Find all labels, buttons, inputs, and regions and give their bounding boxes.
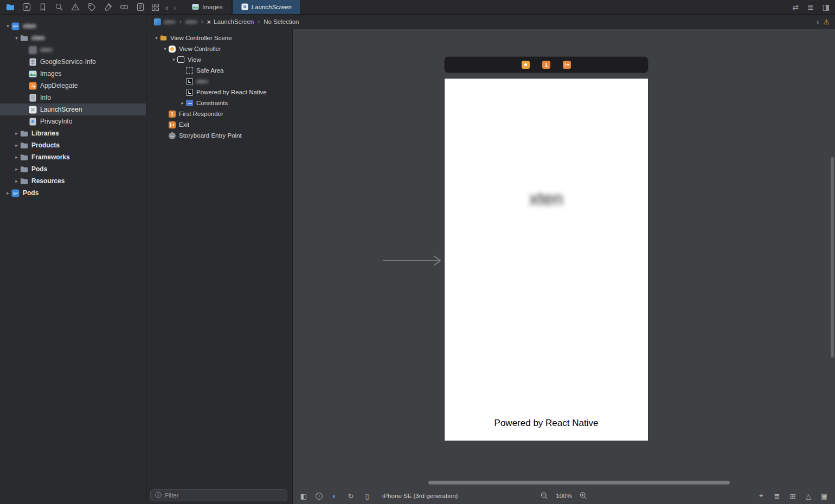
breadcrumb-project[interactable]: xten	[154, 18, 176, 25]
navigator-item-privacyinfo[interactable]: PrivacyInfo	[0, 115, 146, 127]
navigator-item-launchscreen[interactable]: LaunchScreen	[0, 104, 146, 115]
outline-item-entry-point[interactable]: → Storyboard Entry Point	[146, 130, 292, 141]
navigator-item-resources[interactable]: ▸ Resources	[0, 175, 146, 187]
tab-overview-icon[interactable]	[151, 3, 160, 12]
outline-item-exit[interactable]: Exit	[146, 119, 292, 130]
tag-icon[interactable]	[87, 3, 96, 12]
plist-icon	[29, 94, 37, 102]
navigator-item-googleservice-info[interactable]: GoogleService-Info	[0, 56, 146, 68]
outline-toggle-icon[interactable]: ◧	[299, 492, 308, 500]
zoom-in-button[interactable]	[580, 492, 588, 501]
jump-bar: xten › xten › × LaunchScreen › No Select…	[146, 15, 835, 29]
zoom-level[interactable]: 100%	[556, 493, 571, 499]
navigator-item-images[interactable]: Images	[0, 68, 146, 80]
view-controller-icon[interactable]	[522, 61, 530, 69]
powered-by-label[interactable]: Powered by React Native	[445, 418, 648, 429]
editor-options-icon[interactable]: ≣	[807, 3, 814, 11]
horizontal-scrollbar[interactable]	[428, 481, 730, 484]
view-controller-icon	[169, 46, 176, 53]
zoom-out-button[interactable]	[540, 492, 548, 501]
navigator-item-libraries[interactable]: ▸ Libraries	[0, 127, 146, 139]
resolve-issues-icon[interactable]: △	[804, 492, 813, 500]
app-title-label[interactable]: xten	[445, 189, 648, 209]
vertical-scrollbar[interactable]	[831, 157, 834, 358]
search-icon[interactable]	[54, 3, 63, 12]
back-button[interactable]: ‹	[165, 3, 168, 11]
capsule-icon[interactable]	[119, 3, 129, 12]
tab-images[interactable]: Images	[183, 0, 232, 14]
embed-icon[interactable]: ▣	[820, 492, 828, 500]
orientation-icon[interactable]: ↻	[346, 492, 355, 500]
chevron-down-icon[interactable]: ▾	[13, 35, 20, 41]
outline-item-constraints[interactable]: ▸ Constraints	[146, 98, 292, 108]
navigator-item-info[interactable]: Info	[0, 92, 146, 104]
navigator-item-label: AppDelegate	[40, 82, 78, 89]
label-icon: L	[186, 89, 193, 96]
swap-editor-icon[interactable]: ⇄	[792, 3, 799, 11]
breadcrumb-separator: ›	[258, 18, 260, 25]
notes-icon[interactable]	[136, 3, 145, 12]
navigator-item-appdelegate[interactable]: AppDelegate	[0, 80, 146, 92]
outline-item-safe-area[interactable]: Safe Area	[146, 65, 292, 76]
bookmark-icon[interactable]	[38, 3, 47, 12]
storyboard-canvas[interactable]: 1 xten Powered by React Native	[293, 29, 835, 504]
chevron-right-icon[interactable]: ▸	[4, 190, 11, 196]
navigator-item-pods-project[interactable]: ▸ Pods	[0, 187, 146, 199]
chevron-left-icon[interactable]: ‹	[817, 17, 819, 26]
chevron-right-icon[interactable]: ▸	[13, 131, 20, 136]
tab-launchscreen[interactable]: LaunchScreen	[232, 0, 301, 14]
launch-screen-view[interactable]: xten Powered by React Native	[445, 79, 648, 441]
folder-icon	[20, 153, 28, 161]
exit-icon[interactable]	[563, 61, 571, 69]
outline-item-view[interactable]: ▾ View	[146, 54, 292, 65]
navigator-item-pods-group[interactable]: ▸ Pods	[0, 163, 146, 175]
navigator-item-label: LaunchScreen	[40, 106, 82, 113]
files-icon[interactable]	[5, 3, 15, 12]
storyboard-entry-arrow[interactable]	[383, 254, 447, 268]
warning-icon[interactable]: ⚠	[823, 18, 830, 26]
chevron-right-icon[interactable]: ▸	[13, 143, 20, 148]
outline-item-label: Exit	[179, 121, 189, 128]
add-constraints-icon[interactable]: ⊞	[788, 492, 797, 500]
folder-icon	[20, 34, 28, 42]
chevron-down-icon[interactable]: ▾	[170, 57, 177, 62]
outline-item-scene[interactable]: ▾ View Controller Scene	[146, 33, 292, 43]
navigator-item-project[interactable]: ▾ xten	[0, 20, 146, 32]
breadcrumb-selection[interactable]: No Selection	[264, 18, 299, 25]
outline-item-powered-label[interactable]: L Powered by React Native	[146, 87, 292, 98]
navigator-item-group[interactable]: ▾ xten	[0, 32, 146, 44]
chevron-right-icon[interactable]: ▸	[13, 178, 20, 184]
navigator-item-label: Products	[31, 141, 60, 149]
forward-button[interactable]: ›	[174, 3, 176, 11]
filter-input[interactable]	[165, 492, 282, 499]
breadcrumb-group[interactable]: xten	[185, 18, 197, 25]
right-panel-icon[interactable]: ◨	[823, 3, 830, 11]
first-responder-icon[interactable]: 1	[542, 61, 550, 69]
chevron-right-icon[interactable]: ▸	[179, 100, 186, 106]
test-icon[interactable]	[103, 3, 112, 12]
appearance-toggle-icon[interactable]: ◐	[330, 492, 339, 500]
outline-item-title-label[interactable]: L xten	[146, 76, 292, 87]
adjust-editor-icon[interactable]: i	[316, 493, 323, 500]
navigator-item-app[interactable]: xten	[0, 44, 146, 56]
outline-item-view-controller[interactable]: ▾ View Controller	[146, 43, 292, 54]
navigator-item-frameworks[interactable]: ▸ Frameworks	[0, 151, 146, 163]
scene-dock[interactable]: 1	[445, 57, 648, 73]
storyboard-icon	[241, 3, 248, 11]
chevron-right-icon[interactable]: ▸	[13, 154, 20, 160]
close-square-icon[interactable]	[22, 3, 31, 12]
chevron-down-icon[interactable]: ▾	[153, 35, 160, 41]
chevron-right-icon[interactable]: ▸	[13, 166, 20, 172]
outline-item-first-responder[interactable]: 1 First Responder	[146, 108, 292, 119]
breadcrumb-label: No Selection	[264, 18, 299, 25]
chevron-down-icon[interactable]: ▾	[4, 23, 11, 29]
chevron-down-icon[interactable]: ▾	[162, 46, 169, 51]
issues-icon[interactable]	[70, 3, 80, 12]
align-icon[interactable]: ≣	[773, 492, 781, 500]
storyboard-icon: ×	[207, 18, 211, 26]
update-frames-icon[interactable]: ⌖	[757, 492, 766, 500]
device-selector[interactable]: iPhone SE (3rd generation)	[382, 493, 458, 499]
navigator-item-products[interactable]: ▸ Products	[0, 139, 146, 151]
outline-filter-field[interactable]	[150, 489, 287, 501]
breadcrumb-file[interactable]: × LaunchScreen	[207, 18, 254, 26]
